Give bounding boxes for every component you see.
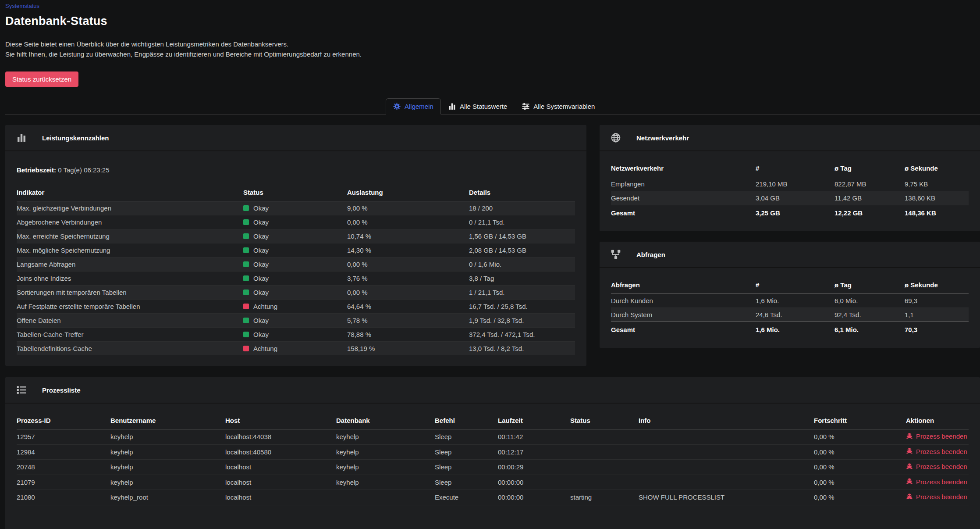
network-traffic-panel: Netzwerkverkehr Netzwerkverkehr # ø Tag … [600,125,980,231]
cell-command: Sleep [435,475,498,490]
cell-count: 3,04 GB [756,191,834,205]
cell-runtime: 00:11:42 [498,429,570,445]
kill-process-link[interactable]: Prozess beenden [906,448,967,455]
cell-process-id: 12984 [17,444,110,460]
table-row: Tabellen-Cache-Treffer Okay 78,88 % 372,… [17,328,575,342]
panel-title: Netzwerkverkehr [636,134,689,142]
cell-load: 5,78 % [347,314,469,328]
table-total-row: Gesamt 3,25 GB 12,22 GB 148,36 KB [611,205,969,221]
cell-details: 0 / 1,6 Mio. [469,257,575,272]
panel-title: Abfragen [636,251,665,258]
status-label: Okay [253,317,269,324]
column-header-per-second: ø Sekunde [905,162,969,177]
cell-details: 13,0 Tsd. / 8,2 Tsd. [469,342,575,356]
cell-load: 14,30 % [347,243,469,257]
tab-general[interactable]: Allgemein [386,98,441,114]
column-header-actions: Aktionen [906,414,969,429]
process-table: Prozess-ID Benutzername Host Datenbank B… [17,414,969,525]
bar-chart-icon [448,103,456,110]
cell-progress: 0,00 % [814,475,906,490]
cell-per-second: 148,36 KB [905,205,969,221]
table-row: Abgebrochene Verbindungen Okay 0,00 % 0 … [17,215,575,229]
cell-per-day: 12,22 GB [834,205,905,221]
table-row: Durch Kunden 1,6 Mio. 6,0 Mio. 69,3 [611,294,969,308]
table-header-row: Indikator Status Auslastung Details [17,186,575,201]
table-row: Auf Festplatte erstellte temporäre Tabel… [17,300,575,314]
table-row: Tabellendefinitions-Cache Achtung 158,19… [17,342,575,356]
cell-details: 2,08 GB / 14,53 GB [469,243,575,257]
skull-crossbones-icon [906,448,913,455]
cell-database: keyhelp [336,475,435,490]
performance-metrics-panel-header: Leistungskennzahlen [5,125,586,151]
cell-user: keyhelp_root [110,490,225,505]
column-header-details: Details [469,186,575,201]
breadcrumb[interactable]: Systemstatus [5,3,39,9]
queries-panel: Abfragen Abfragen # ø Tag ø Sekunde [600,242,980,348]
page-description-line2: Sie hilft Ihnen, die Leistung zu überwac… [5,49,980,59]
status-label: Okay [253,232,269,240]
cell-indicator: Max. erreichte Speichernutzung [17,229,243,243]
table-row: Joins ohne Indizes Okay 3,76 % 3,8 / Tag [17,272,575,286]
table-row: 21080 keyhelp_root localhost Execute 00:… [17,490,969,505]
reset-status-button[interactable]: Status zurücksetzen [5,71,78,87]
cell-process-id: 20748 [17,460,110,475]
cell-per-second: 70,3 [905,322,969,338]
status-label: Achtung [253,345,277,352]
cell-load: 9,00 % [347,201,469,215]
column-header-database: Datenbank [336,414,435,429]
table-header-row: Abfragen # ø Tag ø Sekunde [611,279,969,294]
kill-process-label: Prozess beenden [916,478,967,486]
cell-status: Okay [243,257,347,272]
page-description-line1: Diese Seite bietet einen Überblick über … [5,39,980,49]
column-header-info: Info [639,414,814,429]
tab-status-values[interactable]: Alle Statuswerte [441,98,515,114]
cell-status: Okay [243,328,347,342]
cell-status: Achtung [243,342,347,356]
cell-status: Okay [243,243,347,257]
kill-process-link[interactable]: Prozess beenden [906,478,967,486]
cell-details: 3,8 / Tag [469,272,575,286]
cell-details: 18 / 200 [469,201,575,215]
column-header-progress: Fortschritt [814,414,906,429]
network-traffic-table: Netzwerkverkehr # ø Tag ø Sekunde Empfan… [611,162,969,221]
kill-process-link[interactable]: Prozess beenden [906,493,967,500]
status-label: Okay [253,204,269,212]
status-label: Okay [253,218,269,226]
cell-user: keyhelp [110,444,225,460]
cell-indicator: Abgebrochene Verbindungen [17,215,243,229]
page-title: Datenbank-Status [5,14,980,29]
cell-per-second: 1,1 [905,308,969,322]
cell-indicator: Joins ohne Indizes [17,272,243,286]
kill-process-link[interactable]: Prozess beenden [906,432,967,440]
cell-progress: 0,00 % [814,429,906,445]
column-header-load: Auslastung [347,186,469,201]
status-warning-badge [243,346,249,351]
cell-actions: Prozess beenden [906,460,969,475]
table-row: Sortierungen mit temporären Tabellen Oka… [17,286,575,300]
cell-per-second: 69,3 [905,294,969,308]
cell-per-day: 822,87 MB [834,177,905,191]
status-ok-badge [243,205,249,211]
cell-info [639,460,814,475]
cell-info [639,475,814,490]
column-header-status: Status [570,414,639,429]
table-row-partial [17,505,969,525]
cell-load: 3,76 % [347,272,469,286]
cell-info [639,444,814,460]
cell-runtime: 00:00:00 [498,490,570,505]
status-ok-badge [243,219,249,225]
skull-crossbones-icon [906,478,913,485]
table-header-row: Netzwerkverkehr # ø Tag ø Sekunde [611,162,969,177]
tab-bar: Allgemein Alle Statuswerte [5,98,980,114]
kill-process-link[interactable]: Prozess beenden [906,463,967,470]
cell-status [570,444,639,460]
cell-status: Okay [243,201,347,215]
tab-system-variables[interactable]: Alle Systemvariablen [515,98,602,114]
cell-count: 1,6 Mio. [756,294,834,308]
cell-indicator: Sortierungen mit temporären Tabellen [17,286,243,300]
skull-crossbones-icon [906,493,913,500]
cell-progress: 0,00 % [814,444,906,460]
uptime: Betriebszeit: 0 Tag(e) 06:23:25 [17,166,575,174]
column-header-label: Abfragen [611,279,756,294]
cell-process-id: 21079 [17,475,110,490]
